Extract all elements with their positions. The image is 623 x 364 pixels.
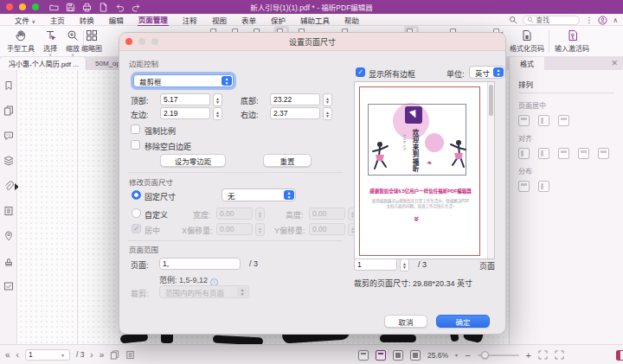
fixed-size-radio[interactable]: [132, 190, 141, 200]
menu-home[interactable]: 主页: [49, 14, 66, 26]
fit-page-icon[interactable]: [538, 350, 548, 360]
menu-comment[interactable]: 注释: [182, 14, 198, 26]
format-page-number-button[interactable]: 格式化页码: [507, 28, 547, 53]
center-vertical-icon[interactable]: [538, 115, 549, 126]
zero-margins-button[interactable]: 设为零边距: [160, 154, 226, 167]
destinations-icon[interactable]: [3, 231, 14, 241]
preview-page-input[interactable]: [354, 259, 397, 271]
doc-tab-active[interactable]: 冯小惠-个人简历.pdf ...: [0, 57, 87, 70]
menu-view[interactable]: 视图: [211, 14, 228, 26]
attachments-icon[interactable]: [3, 181, 14, 191]
last-page-icon[interactable]: »: [100, 350, 105, 360]
cancel-button[interactable]: 取消: [384, 315, 427, 328]
remove-white-margins-checkbox[interactable]: [131, 140, 140, 150]
preview-page-stepper[interactable]: ▲▼: [400, 259, 409, 271]
bottom-margin-stepper[interactable]: ▲▼: [323, 93, 332, 106]
left-margin-stepper[interactable]: ▲▼: [213, 107, 222, 120]
page-number-box[interactable]: ▾: [25, 349, 70, 361]
reset-button[interactable]: 重置: [263, 154, 312, 167]
box-type-select[interactable]: 裁剪框 ▲▼: [133, 74, 234, 87]
page-number-input[interactable]: [29, 350, 61, 359]
continuous-view-icon[interactable]: [376, 350, 386, 361]
custom-size-radio[interactable]: [132, 208, 141, 218]
zoom-out-icon[interactable]: −: [465, 350, 470, 361]
zoom-in-icon[interactable]: +: [526, 350, 531, 361]
top-margin-input[interactable]: [160, 93, 210, 105]
bottom-margin-input[interactable]: [270, 93, 320, 105]
left-margin-input[interactable]: [160, 107, 210, 119]
menu-convert[interactable]: 转换: [79, 14, 95, 26]
window-minimize-button[interactable]: [19, 3, 26, 10]
grid-view-icon[interactable]: [410, 350, 421, 361]
distribute-horizontal-icon[interactable]: [518, 181, 530, 192]
two-page-view-icon[interactable]: [393, 350, 403, 361]
comments-icon[interactable]: [3, 131, 14, 141]
x-offset-input[interactable]: [216, 223, 253, 235]
collapse-ribbon-icon[interactable]: ∧: [613, 16, 618, 24]
undo-icon[interactable]: [115, 3, 125, 12]
search-input[interactable]: [536, 16, 575, 24]
menu-file[interactable]: 文件 ∨: [14, 14, 36, 26]
right-margin-stepper[interactable]: ▲▼: [323, 107, 332, 120]
fixed-size-select[interactable]: 无 ▲▼: [222, 188, 296, 201]
menu-protect[interactable]: 保护: [270, 14, 286, 26]
center-both-icon[interactable]: [558, 115, 569, 126]
zoom-slider-knob[interactable]: [481, 351, 489, 359]
menu-form[interactable]: 表单: [241, 14, 257, 26]
search-box[interactable]: [523, 16, 580, 25]
find-replace-icon[interactable]: [509, 16, 517, 24]
close-icon[interactable]: ✕: [611, 59, 618, 67]
height-input[interactable]: [309, 208, 345, 220]
bookmarks-icon[interactable]: [3, 80, 14, 91]
layers-icon[interactable]: [3, 156, 14, 166]
account-avatar-icon[interactable]: [598, 16, 607, 25]
zoom-level-label[interactable]: 25.6%: [427, 351, 448, 360]
menu-edit[interactable]: 编辑: [108, 14, 125, 26]
width-input[interactable]: [216, 208, 253, 220]
menu-page-management[interactable]: 页面管理: [138, 13, 169, 27]
snapshot-icon[interactable]: [125, 350, 135, 360]
align-right-icon[interactable]: [558, 148, 569, 159]
align-center-icon[interactable]: [538, 148, 549, 159]
unit-select[interactable]: 英寸 ▲▼: [469, 66, 505, 79]
chevron-down-icon[interactable]: ▾: [455, 352, 458, 358]
thumbnails-tool-button[interactable]: 缩略图: [73, 28, 111, 53]
previous-view-icon[interactable]: [110, 350, 119, 360]
first-page-icon[interactable]: «: [5, 350, 10, 360]
show-all-borders-checkbox[interactable]: ✓: [356, 67, 365, 77]
right-margin-input[interactable]: [270, 107, 320, 119]
top-margin-stepper[interactable]: ▲▼: [213, 93, 222, 106]
enter-activation-code-button[interactable]: 输入激活码: [551, 28, 593, 53]
more-options-icon[interactable]: ⋮: [585, 16, 593, 24]
center-horizontal-icon[interactable]: [518, 115, 530, 126]
y-offset-input[interactable]: [309, 223, 345, 235]
distribute-vertical-icon[interactable]: [538, 181, 549, 192]
preview-scrollbar-thumb[interactable]: [489, 85, 493, 116]
articles-icon[interactable]: [3, 206, 14, 216]
menu-accessibility-tools[interactable]: 辅助工具: [299, 14, 331, 26]
next-page-icon[interactable]: ›: [90, 350, 93, 360]
ok-button[interactable]: 确定: [436, 315, 490, 328]
window-close-button[interactable]: [6, 3, 13, 10]
previous-page-icon[interactable]: ‹: [16, 350, 19, 360]
align-middle-icon[interactable]: [598, 148, 609, 159]
read-mode-panel-icon[interactable]: [616, 350, 623, 361]
print-icon[interactable]: [82, 3, 92, 12]
page-thumbnails-icon[interactable]: [3, 105, 14, 116]
page-range-input[interactable]: [159, 258, 241, 270]
align-left-icon[interactable]: [518, 148, 530, 159]
new-page-icon[interactable]: [99, 3, 108, 12]
menu-help[interactable]: 帮助: [344, 14, 360, 26]
window-zoom-button[interactable]: [32, 3, 39, 10]
field-validation-icon[interactable]: [3, 281, 14, 291]
format-panel-tab[interactable]: 格式: [510, 57, 544, 70]
signature-icon[interactable]: [3, 256, 14, 266]
single-page-view-icon[interactable]: [358, 350, 369, 361]
redo-icon[interactable]: [132, 3, 141, 12]
open-file-icon[interactable]: [49, 3, 59, 12]
zoom-slider[interactable]: [478, 354, 519, 356]
preview-scrollbar[interactable]: [487, 82, 494, 259]
fullscreen-icon[interactable]: [555, 350, 564, 360]
constrain-proportions-checkbox[interactable]: [131, 125, 140, 134]
save-icon[interactable]: [66, 3, 75, 12]
